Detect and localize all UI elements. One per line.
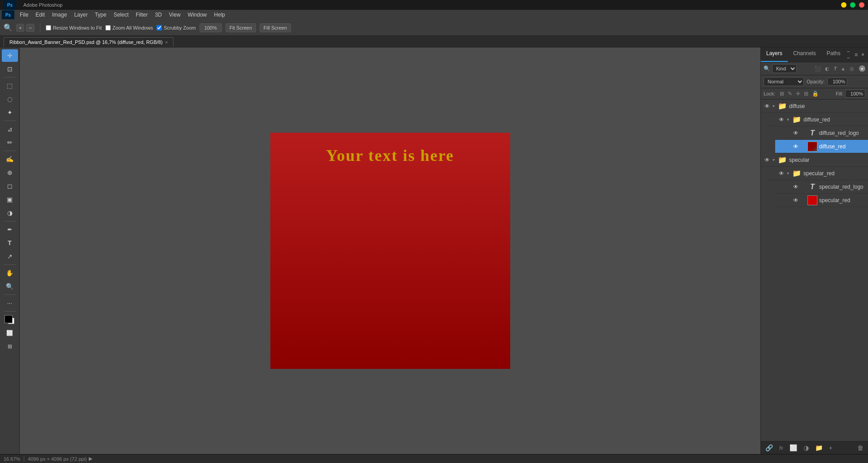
scrubby-zoom-input[interactable]	[156, 25, 162, 30]
more-tools[interactable]: ···	[2, 297, 18, 309]
marquee-tool[interactable]: ⬚	[2, 79, 18, 92]
brush-tool[interactable]: ✍	[2, 153, 18, 165]
filter-kind-select[interactable]: Kind Name Effect Mode Attribute Color	[772, 64, 797, 73]
layer-row[interactable]: 👁 diffuse_red	[775, 140, 868, 153]
add-style-button[interactable]: fx	[777, 444, 785, 451]
layer-expand-toggle[interactable]: ▾	[772, 104, 776, 108]
tab-paths[interactable]: Paths	[821, 48, 846, 62]
delete-layer-button[interactable]: 🗑	[855, 443, 865, 452]
adjustment-layer-button[interactable]: ◑	[802, 443, 811, 452]
filter-shape-icon[interactable]: ▲	[839, 65, 847, 73]
path-select-tool[interactable]: ↗	[2, 250, 18, 263]
tab-close-button[interactable]: ×	[165, 40, 168, 45]
layer-visibility-toggle[interactable]: 👁	[791, 130, 800, 136]
zoom-all-checkbox[interactable]: Zoom All Windows	[105, 25, 153, 30]
tab-layers[interactable]: Layers	[761, 48, 788, 62]
menu-type[interactable]: Type	[91, 11, 110, 19]
lock-transparent-icon[interactable]: ⊠	[779, 90, 785, 98]
filter-pixel-icon[interactable]: ⬛	[813, 65, 822, 73]
fill-input[interactable]	[845, 90, 865, 98]
menu-layer[interactable]: Layer	[70, 11, 91, 19]
filter-type-icon[interactable]: T	[832, 65, 838, 73]
filter-smart-icon[interactable]: ◎	[848, 65, 855, 73]
lasso-tool[interactable]: ◌	[2, 93, 18, 105]
layer-row[interactable]: 👁 ▾ 📁 diffuse_red	[768, 113, 868, 126]
document-tab[interactable]: Ribbon_Award_Banner_Red_PSD.psd @ 16,7% …	[4, 37, 174, 47]
lock-position-icon[interactable]: ✛	[795, 90, 801, 98]
lock-image-icon[interactable]: ✎	[787, 90, 793, 98]
status-arrow[interactable]: ▶	[89, 456, 92, 462]
menu-file[interactable]: File	[16, 11, 32, 19]
layer-expand-toggle[interactable]: ▾	[786, 117, 790, 122]
foreground-color[interactable]	[2, 313, 18, 326]
scrubby-zoom-checkbox[interactable]: Scrubby Zoom	[156, 25, 196, 30]
gradient-tool[interactable]: ▣	[2, 193, 18, 206]
close-button[interactable]	[859, 2, 864, 8]
layer-visibility-toggle[interactable]: 👁	[791, 184, 800, 190]
opacity-input[interactable]	[827, 78, 847, 86]
eyedropper-tool[interactable]: ✏	[2, 136, 18, 149]
layer-visibility-toggle[interactable]: 👁	[763, 103, 772, 109]
minimize-button[interactable]	[841, 2, 846, 8]
artboard-tool[interactable]: ⊡	[2, 63, 18, 75]
hand-tool[interactable]: ✋	[2, 267, 18, 279]
lock-all-icon[interactable]: 🔒	[811, 90, 820, 98]
layer-visibility-toggle[interactable]: 👁	[763, 157, 772, 163]
panel-menu-button[interactable]: ≡	[854, 51, 859, 59]
new-layer-button[interactable]: +	[827, 443, 834, 452]
menu-3d[interactable]: 3D	[151, 11, 165, 19]
pen-tool[interactable]: ✒	[2, 223, 18, 236]
layers-blend-bar: Normal Multiply Screen Overlay Opacity:	[761, 75, 868, 88]
move-tool[interactable]: ✛	[2, 49, 18, 62]
menu-window[interactable]: Window	[184, 11, 211, 19]
layer-row[interactable]: 👁 ▾ 📁 diffuse	[761, 100, 868, 113]
stamp-tool[interactable]: ⊕	[2, 166, 18, 179]
menu-select[interactable]: Select	[110, 11, 132, 19]
zoom-all-input[interactable]	[105, 25, 111, 30]
fill-screen-button[interactable]: Fill Screen	[260, 23, 291, 32]
zoom-in-icon[interactable]: +	[16, 24, 24, 32]
lock-artboard-icon[interactable]: ⊞	[803, 90, 809, 98]
panel-header-controls: −− ≡ ×	[846, 48, 868, 62]
zoom-out-icon[interactable]: −	[26, 24, 34, 32]
layer-expand-toggle[interactable]: ▾	[786, 171, 790, 176]
layer-visibility-toggle[interactable]: 👁	[791, 143, 800, 150]
blend-mode-select[interactable]: Normal Multiply Screen Overlay	[764, 77, 804, 86]
panel-collapse-button[interactable]: −−	[846, 48, 852, 62]
layer-visibility-toggle[interactable]: 👁	[791, 197, 800, 203]
magic-wand-tool[interactable]: ✦	[2, 106, 18, 119]
add-mask-button[interactable]: ⬜	[788, 443, 799, 452]
menu-edit[interactable]: Edit	[32, 11, 48, 19]
menu-image[interactable]: Image	[48, 11, 70, 19]
canvas-frame[interactable]: ⬜	[2, 327, 18, 339]
group-layers-button[interactable]: 📁	[813, 443, 825, 452]
canvas-preview[interactable]: ⊞	[2, 340, 18, 353]
resize-windows-input[interactable]	[46, 25, 51, 30]
crop-tool[interactable]: ⊿	[2, 123, 18, 135]
tool-sep-3	[4, 151, 16, 151]
fit-screen-button[interactable]: Fit Screen	[226, 23, 256, 32]
maximize-button[interactable]	[850, 2, 855, 8]
layer-visibility-toggle[interactable]: 👁	[777, 170, 786, 177]
layer-expand-toggle[interactable]: ▾	[772, 157, 776, 162]
filter-adjustment-icon[interactable]: ◐	[824, 65, 831, 73]
type-tool[interactable]: T	[2, 237, 18, 249]
layer-row[interactable]: 👁 ▾ 📁 specular_red	[768, 167, 868, 180]
layer-row[interactable]: 👁 specular_red	[775, 194, 868, 207]
layer-row[interactable]: 👁 T specular_red_logo	[775, 180, 868, 194]
menu-help[interactable]: Help	[210, 11, 229, 19]
panel-close-button[interactable]: ×	[860, 51, 865, 59]
zoom-level-input[interactable]: 100%	[200, 23, 222, 32]
menu-filter[interactable]: Filter	[132, 11, 152, 19]
tab-channels[interactable]: Channels	[788, 48, 821, 62]
dodge-tool[interactable]: ◑	[2, 207, 18, 219]
zoom-tool[interactable]: 🔍	[2, 280, 18, 293]
layer-visibility-toggle[interactable]: 👁	[777, 117, 786, 123]
filter-toggle-button[interactable]: ●	[859, 65, 865, 72]
resize-windows-checkbox[interactable]: Resize Windows to Fit	[46, 25, 102, 30]
eraser-tool[interactable]: ◻	[2, 180, 18, 192]
link-layers-button[interactable]: 🔗	[764, 443, 775, 452]
menu-view[interactable]: View	[165, 11, 184, 19]
layer-row[interactable]: 👁 T diffuse_red_logo	[775, 126, 868, 140]
layer-row[interactable]: 👁 ▾ 📁 specular	[761, 153, 868, 167]
